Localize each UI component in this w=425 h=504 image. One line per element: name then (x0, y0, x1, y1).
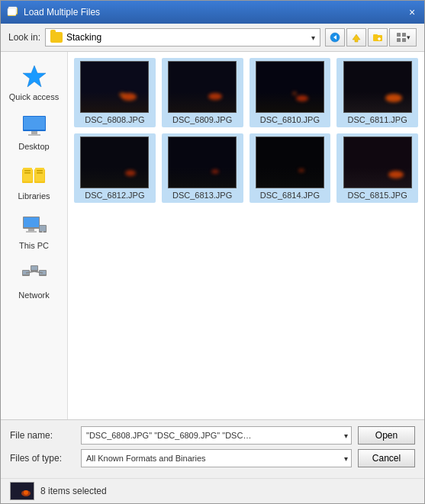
file-thumbnail (343, 136, 412, 188)
file-name-label: File name: (10, 430, 75, 441)
file-name: DSC_6812.JPG (85, 191, 144, 200)
file-item[interactable]: DSC_6812.JPG (74, 133, 156, 203)
svg-rect-8 (373, 34, 378, 36)
file-name: DSC_6810.JPG (260, 115, 320, 124)
sidebar-item-label-desktop: Desktop (18, 142, 49, 151)
file-name-input[interactable]: "DSC_6808.JPG" "DSC_6809.JPG" "DSC_68 ▾ (81, 426, 352, 445)
file-thumbnail (80, 61, 149, 113)
file-name: DSC_6811.JPG (347, 115, 407, 124)
file-grid: DSC_6808.JPG DSC_6809.JPG DSC_6810.JPG (74, 58, 418, 203)
view-icon (396, 32, 407, 43)
svg-rect-43 (11, 483, 34, 499)
up-button[interactable] (346, 28, 366, 47)
svg-rect-7 (373, 35, 382, 41)
file-thumbnail (80, 136, 149, 188)
this-pc-icon (21, 211, 48, 239)
cancel-button[interactable]: Cancel (358, 449, 415, 467)
files-of-type-row: Files of type: All Known Formats and Bin… (10, 449, 415, 467)
svg-point-45 (24, 490, 28, 495)
svg-rect-12 (402, 33, 406, 37)
svg-rect-30 (28, 229, 34, 231)
main-area: Quick access Desktop (1, 52, 424, 419)
sidebar-item-label-network: Network (18, 291, 49, 300)
file-name: DSC_6815.JPG (347, 191, 407, 200)
svg-rect-27 (37, 172, 43, 174)
up-icon (351, 32, 362, 43)
title-bar-title: Load Multiple Files (24, 7, 406, 18)
view-dropdown-arrow: ▾ (407, 34, 411, 41)
sidebar: Quick access Desktop (1, 52, 68, 419)
toolbar: Look in: Stacking ▾ (1, 24, 424, 52)
load-multiple-files-dialog: Load Multiple Files × Look in: Stacking … (0, 0, 425, 504)
view-button[interactable]: ▾ (389, 28, 417, 47)
file-name-value: "DSC_6808.JPG" "DSC_6809.JPG" "DSC_68 (86, 431, 254, 440)
svg-rect-17 (24, 117, 45, 130)
svg-rect-19 (28, 134, 40, 136)
sidebar-item-this-pc[interactable]: This PC (4, 207, 64, 255)
file-name: DSC_6814.JPG (260, 191, 320, 200)
files-of-type-dropdown-arrow: ▾ (344, 454, 348, 463)
file-thumbnail (256, 61, 324, 113)
sidebar-item-label-this-pc: This PC (19, 241, 49, 250)
file-name-row: File name: "DSC_6808.JPG" "DSC_6809.JPG"… (10, 426, 415, 445)
quick-access-icon (21, 63, 48, 90)
file-item[interactable]: DSC_6813.JPG (162, 133, 243, 203)
back-icon (330, 32, 340, 43)
files-of-type-select[interactable]: All Known Formats and Binaries ▾ (81, 449, 352, 467)
file-thumbnail (256, 136, 324, 188)
new-folder-button[interactable] (368, 28, 388, 47)
libraries-icon (21, 162, 48, 189)
svg-rect-40 (31, 266, 37, 270)
file-item[interactable]: DSC_6809.JPG (162, 58, 243, 127)
file-name-dropdown-arrow: ▾ (344, 432, 348, 440)
svg-rect-14 (402, 38, 406, 42)
sidebar-item-libraries[interactable]: Libraries (4, 157, 64, 205)
file-item[interactable]: DSC_6814.JPG (250, 133, 331, 203)
look-in-value: Stacking (66, 32, 101, 43)
file-thumbnail (168, 61, 237, 113)
network-icon (21, 261, 48, 288)
svg-rect-13 (397, 38, 401, 42)
svg-rect-11 (397, 33, 401, 37)
svg-rect-29 (24, 217, 39, 227)
svg-rect-31 (26, 231, 37, 233)
bottom-area: File name: "DSC_6808.JPG" "DSC_6809.JPG"… (1, 419, 424, 478)
svg-rect-26 (37, 170, 43, 172)
toolbar-buttons: ▾ (325, 28, 417, 47)
file-item[interactable]: DSC_6808.JPG (74, 58, 156, 127)
back-button[interactable] (325, 28, 345, 47)
status-text: 8 items selected (40, 486, 107, 496)
file-item[interactable]: DSC_6811.JPG (336, 58, 418, 127)
folder-icon (50, 32, 63, 43)
file-name: DSC_6813.JPG (172, 191, 232, 200)
sidebar-item-desktop[interactable]: Desktop (4, 108, 64, 156)
svg-marker-15 (23, 66, 46, 87)
file-item[interactable]: DSC_6815.JPG (336, 133, 418, 203)
sidebar-item-quick-access[interactable]: Quick access (4, 58, 64, 106)
look-in-label: Look in: (8, 32, 40, 43)
svg-point-34 (42, 231, 43, 233)
sidebar-item-label-libraries: Libraries (18, 191, 50, 201)
close-button[interactable]: × (406, 6, 418, 18)
file-name: DSC_6809.JPG (172, 115, 232, 124)
look-in-dropdown[interactable]: Stacking ▾ (45, 28, 320, 47)
files-of-type-label: Files of type: (10, 453, 75, 464)
file-thumbnail (168, 136, 237, 188)
status-bar: 8 items selected (1, 478, 424, 503)
dropdown-arrow-icon: ▾ (311, 34, 315, 42)
svg-marker-6 (353, 34, 360, 42)
svg-rect-24 (24, 170, 31, 172)
svg-rect-23 (35, 168, 44, 181)
svg-rect-25 (24, 172, 31, 174)
title-bar: Load Multiple Files × (1, 1, 424, 24)
files-of-type-value: All Known Formats and Binaries (86, 454, 206, 463)
svg-rect-18 (31, 131, 37, 134)
file-area[interactable]: DSC_6808.JPG DSC_6809.JPG DSC_6810.JPG (68, 52, 424, 419)
sidebar-item-network[interactable]: Network (4, 256, 64, 304)
desktop-icon (21, 112, 48, 140)
file-name: DSC_6808.JPG (85, 115, 144, 124)
svg-rect-33 (40, 226, 46, 231)
open-button[interactable]: Open (358, 426, 415, 445)
title-bar-icon (7, 6, 19, 18)
file-item[interactable]: DSC_6810.JPG (250, 58, 331, 127)
